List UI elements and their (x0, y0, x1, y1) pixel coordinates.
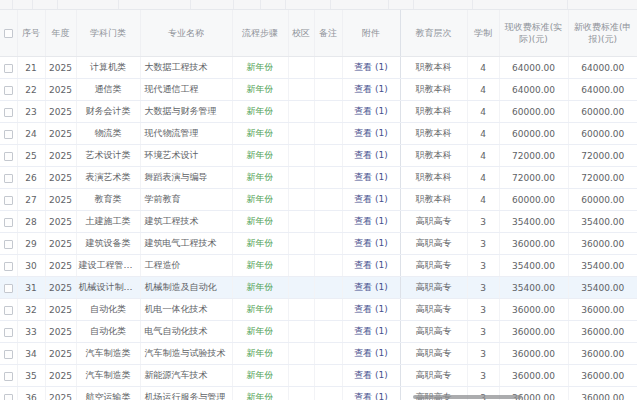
cell-campus (288, 123, 314, 145)
cell-major: 大数据工程技术 (140, 57, 232, 79)
row-checkbox-cell[interactable] (0, 387, 17, 400)
table-row[interactable]: 22 2025 通信类 现代通信工程 新年份 查看 (1) 职教本科 4 640… (0, 79, 637, 101)
row-checkbox-cell[interactable] (0, 123, 17, 145)
row-checkbox-cell[interactable] (0, 365, 17, 387)
attachment-view-link[interactable]: 查看 (1) (354, 150, 388, 160)
table-row[interactable]: 36 2025 航空运输类 机场运行服务与管理 新年份 查看 (1) 高职高专 … (0, 387, 637, 400)
cell-category: 艺术设计类 (76, 145, 140, 167)
table-row[interactable]: 24 2025 物流类 现代物流管理 新年份 查看 (1) 职教本科 4 600… (0, 123, 637, 145)
attachment-view-link[interactable]: 查看 (1) (354, 348, 388, 358)
row-checkbox[interactable] (4, 130, 13, 139)
cell-index: 28 (17, 211, 45, 233)
row-checkbox[interactable] (4, 328, 13, 337)
attachment-view-link[interactable]: 查看 (1) (354, 282, 388, 292)
row-checkbox-cell[interactable] (0, 343, 17, 365)
cell-year: 2025 (45, 101, 76, 123)
cell-category: 自动化类 (76, 321, 140, 343)
row-checkbox[interactable] (4, 108, 13, 117)
row-checkbox[interactable] (4, 86, 13, 95)
row-checkbox-cell[interactable] (0, 211, 17, 233)
row-checkbox-cell[interactable] (0, 299, 17, 321)
row-checkbox-cell[interactable] (0, 145, 17, 167)
cell-attachment: 查看 (1) (342, 167, 400, 189)
cell-index: 22 (17, 79, 45, 101)
select-all-checkbox[interactable] (4, 29, 13, 38)
cell-education-level: 职教本科 (400, 57, 467, 79)
cell-index: 21 (17, 57, 45, 79)
cell-education-level: 高职高专 (400, 255, 467, 277)
cell-new-fee: 72000.00 (568, 167, 637, 189)
attachment-view-link[interactable]: 查看 (1) (354, 304, 388, 314)
column-header-level: 教育层次 (400, 10, 467, 57)
row-checkbox[interactable] (4, 350, 13, 359)
row-checkbox[interactable] (4, 218, 13, 227)
table-row[interactable]: 30 2025 建设工程管理类 工程造价 新年份 查看 (1) 高职高专 3 3… (0, 255, 637, 277)
attachment-view-link[interactable]: 查看 (1) (354, 128, 388, 138)
table-row[interactable]: 29 2025 建筑设备类 建筑电气工程技术 新年份 查看 (1) 高职高专 3… (0, 233, 637, 255)
attachment-view-link[interactable]: 查看 (1) (354, 194, 388, 204)
table-row[interactable]: 28 2025 土建施工类 建筑工程技术 新年份 查看 (1) 高职高专 3 3… (0, 211, 637, 233)
row-checkbox-cell[interactable] (0, 189, 17, 211)
table-row[interactable]: 26 2025 表演艺术类 舞蹈表演与编导 新年份 查看 (1) 职教本科 4 … (0, 167, 637, 189)
column-header-remark: 备注 (314, 10, 342, 57)
row-checkbox-cell[interactable] (0, 79, 17, 101)
attachment-view-link[interactable]: 查看 (1) (354, 84, 388, 94)
table-row[interactable]: 27 2025 教育类 学前教育 新年份 查看 (1) 职教本科 4 60000… (0, 189, 637, 211)
cell-remark (314, 79, 342, 101)
attachment-view-link[interactable]: 查看 (1) (354, 260, 388, 270)
cell-current-fee: 60000.00 (499, 123, 568, 145)
row-checkbox[interactable] (4, 394, 13, 400)
table-row[interactable]: 31 2025 机械设计制造类 机械制造及自动化 新年份 查看 (1) 高职高专… (0, 277, 637, 299)
attachment-view-link[interactable]: 查看 (1) (354, 172, 388, 182)
table-row[interactable]: 21 2025 计算机类 大数据工程技术 新年份 查看 (1) 职教本科 4 6… (0, 57, 637, 79)
attachment-view-link[interactable]: 查看 (1) (354, 238, 388, 248)
cell-category: 自动化类 (76, 299, 140, 321)
cell-remark (314, 255, 342, 277)
cell-year: 2025 (45, 343, 76, 365)
row-checkbox[interactable] (4, 152, 13, 161)
row-checkbox-cell[interactable] (0, 57, 17, 79)
column-header-checkbox[interactable] (0, 10, 17, 57)
horizontal-scrollbar-thumb[interactable] (413, 395, 522, 399)
cell-year: 2025 (45, 321, 76, 343)
cell-new-fee: 60000.00 (568, 101, 637, 123)
table-row[interactable]: 35 2025 汽车制造类 新能源汽车技术 新年份 查看 (1) 高职高专 3 … (0, 365, 637, 387)
attachment-view-link[interactable]: 查看 (1) (354, 62, 388, 72)
table-row[interactable]: 23 2025 财务会计类 大数据与财务管理 新年份 查看 (1) 职教本科 4… (0, 101, 637, 123)
cell-current-fee: 64000.00 (499, 79, 568, 101)
row-checkbox[interactable] (4, 196, 13, 205)
attachment-view-link[interactable]: 查看 (1) (354, 216, 388, 226)
table-row[interactable]: 34 2025 汽车制造类 汽车制造与试验技术 新年份 查看 (1) 高职高专 … (0, 343, 637, 365)
row-checkbox-cell[interactable] (0, 101, 17, 123)
table-row[interactable]: 25 2025 艺术设计类 环境艺术设计 新年份 查看 (1) 职教本科 4 7… (0, 145, 637, 167)
cropped-row-above (0, 0, 637, 10)
cell-year: 2025 (45, 145, 76, 167)
column-divider (330, 0, 331, 9)
row-checkbox[interactable] (4, 306, 13, 315)
attachment-view-link[interactable]: 查看 (1) (354, 370, 388, 380)
row-checkbox[interactable] (4, 284, 13, 293)
attachment-view-link[interactable]: 查看 (1) (354, 392, 388, 400)
attachment-view-link[interactable]: 查看 (1) (354, 106, 388, 116)
row-checkbox[interactable] (4, 64, 13, 73)
cell-index: 35 (17, 365, 45, 387)
attachment-view-link[interactable]: 查看 (1) (354, 326, 388, 336)
row-checkbox-cell[interactable] (0, 233, 17, 255)
row-checkbox-cell[interactable] (0, 167, 17, 189)
table-row[interactable]: 32 2025 自动化类 机电一体化技术 新年份 查看 (1) 高职高专 3 3… (0, 299, 637, 321)
row-checkbox-cell[interactable] (0, 277, 17, 299)
cell-education-level: 职教本科 (400, 189, 467, 211)
row-checkbox[interactable] (4, 372, 13, 381)
row-checkbox[interactable] (4, 262, 13, 271)
cell-education-level: 高职高专 (400, 343, 467, 365)
row-checkbox[interactable] (4, 240, 13, 249)
table-row[interactable]: 33 2025 自动化类 电气自动化技术 新年份 查看 (1) 高职高专 3 3… (0, 321, 637, 343)
cell-attachment: 查看 (1) (342, 189, 400, 211)
cell-remark (314, 167, 342, 189)
row-checkbox-cell[interactable] (0, 321, 17, 343)
cell-remark (314, 189, 342, 211)
cell-remark (314, 57, 342, 79)
cell-process-step: 新年份 (232, 387, 288, 400)
row-checkbox-cell[interactable] (0, 255, 17, 277)
row-checkbox[interactable] (4, 174, 13, 183)
